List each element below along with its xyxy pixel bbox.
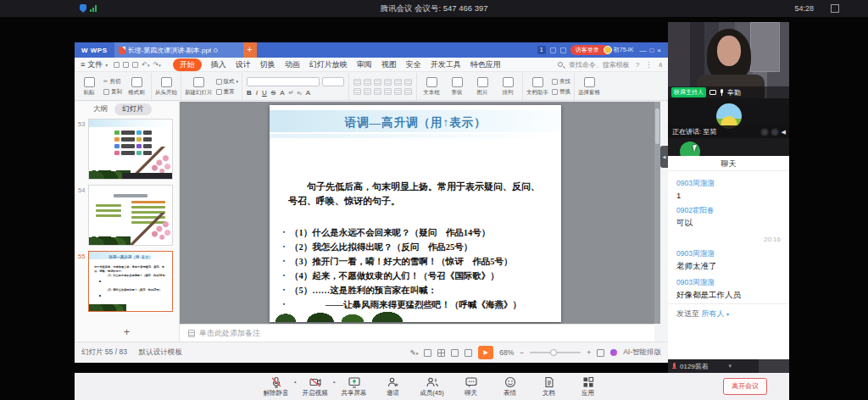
help-icon[interactable]: ? — [636, 61, 639, 69]
undo-icon[interactable]: ↶▾ — [142, 61, 149, 69]
zoom-in-button[interactable]: + — [587, 348, 591, 357]
zoom-percent[interactable]: 68% — [499, 348, 514, 357]
slide-thumbnail-53[interactable] — [88, 119, 173, 180]
wps-ribbon-tab[interactable]: 插入 — [211, 59, 226, 70]
fit-slide-icon[interactable] — [597, 349, 604, 357]
camera-toolbar-button[interactable]: 开启视频▴ — [303, 376, 328, 397]
justify-icon[interactable] — [384, 88, 392, 95]
redo-icon[interactable]: ↷▾ — [153, 61, 161, 69]
pin-icon[interactable] — [214, 48, 218, 53]
bullets-icon[interactable] — [353, 79, 361, 86]
slides-tab[interactable]: 幻灯片 — [114, 103, 152, 115]
font-style-button[interactable]: S — [271, 89, 275, 97]
chat-sender-name[interactable]: 0902霍阳春 — [676, 206, 781, 216]
current-slide[interactable]: 语调—高升调（用↑表示） 句子先低后高，句末明显上扬。常用于表示疑问、反问、号召… — [270, 105, 561, 322]
align-left-icon[interactable] — [353, 88, 361, 95]
font-name-select[interactable] — [247, 77, 320, 86]
font-style-button[interactable]: A — [280, 89, 284, 97]
wps-document-tab[interactable]: 长理-第四次课演讲-副本.ppt — [114, 42, 243, 58]
align-options-icon[interactable] — [404, 88, 412, 95]
preview-icon[interactable] — [132, 62, 138, 68]
collapse-panel-handle[interactable]: ◀ — [660, 146, 668, 168]
members-toolbar-button[interactable]: 成员(45) — [420, 376, 445, 397]
align-center-icon[interactable] — [364, 88, 371, 95]
chat-sender-name[interactable]: 0903周溜溜 — [676, 249, 781, 259]
font-style-button[interactable]: A — [306, 89, 310, 97]
back-arrow-icon[interactable]: ◀ — [782, 129, 786, 136]
textbox-button[interactable]: 文本框 — [420, 77, 442, 97]
screen-toolbar-button[interactable]: 共享屏幕 — [342, 376, 367, 397]
chat-input-area[interactable]: 发送至 所有人 ▾ — [668, 303, 789, 359]
slide-sorter-view-icon[interactable] — [437, 349, 445, 357]
format-painter-button[interactable]: 格式刷 — [125, 77, 147, 97]
new-slide-button[interactable]: 新建幻灯片 — [185, 77, 213, 97]
doc-toolbar-button[interactable]: 文档 — [537, 376, 562, 397]
collapse-ribbon-icon[interactable]: ∧ — [658, 61, 663, 69]
font-style-button[interactable]: B — [247, 89, 252, 97]
wps-ribbon-tab[interactable]: 幻灯片放映 — [309, 59, 348, 70]
normal-view-icon[interactable] — [424, 349, 431, 357]
selection-pane-button[interactable]: 选择窗格 — [578, 77, 600, 97]
collapse-chevron-icon[interactable]: ▾ — [729, 363, 732, 369]
find-button[interactable]: 查找 — [552, 78, 570, 86]
handout-view-icon[interactable] — [465, 349, 472, 357]
new-tab-button[interactable]: + — [243, 42, 257, 58]
options-caret-icon[interactable]: ▴ — [294, 379, 297, 384]
ai-layout-label[interactable]: AI-智能排版 — [623, 347, 661, 358]
chat-panel-title[interactable]: 聊天 — [668, 156, 789, 171]
wps-ribbon-tab[interactable]: 开始 — [173, 58, 202, 71]
zoom-slider[interactable] — [530, 352, 581, 353]
wps-ribbon-tab[interactable]: 视图 — [381, 59, 397, 70]
font-size-select[interactable] — [322, 77, 344, 86]
wps-ribbon-tab[interactable]: 设计 — [236, 59, 251, 70]
layout-button[interactable]: 版式▾ — [216, 78, 239, 86]
text-direction-icon[interactable] — [404, 79, 412, 86]
chat-toolbar-button[interactable]: 聊天 — [459, 376, 484, 397]
slideshow-play-button[interactable]: ▶ — [478, 346, 493, 359]
font-style-button[interactable]: I — [256, 89, 258, 97]
shape-button[interactable]: 形状 — [446, 77, 468, 97]
fullscreen-icon[interactable] — [831, 4, 839, 13]
line-spacing-icon[interactable] — [394, 79, 402, 86]
share-icon[interactable] — [560, 47, 566, 53]
options-caret-icon[interactable]: ▴ — [333, 379, 336, 384]
add-slide-button[interactable]: + — [75, 325, 179, 338]
video-tile-host[interactable]: 联席主持人 辛勤 — [668, 22, 789, 98]
arrange-button[interactable]: 排列 — [497, 77, 519, 97]
file-menu-button[interactable]: ≡ 文件 ▾ — [75, 59, 114, 70]
emoji-toolbar-button[interactable]: 表情 — [498, 376, 523, 397]
mic-toolbar-button[interactable]: 解除静音▴ — [264, 376, 289, 397]
chat-sender-name[interactable]: 0903周溜溜 — [676, 278, 781, 288]
chat-message-list[interactable]: 0903周溜溜10902霍阳春可以20:160903周溜溜老师太准了0903周溜… — [668, 171, 789, 303]
reset-button[interactable]: 重置 — [216, 88, 239, 96]
zoom-out-button[interactable]: − — [520, 348, 524, 357]
notes-bar[interactable]: 单击此处添加备注 — [180, 324, 654, 342]
participant-name-bar[interactable]: 0129装着 ▾ — [668, 359, 789, 373]
apps-toolbar-button[interactable]: 应用 — [576, 376, 601, 397]
search-icon[interactable] — [558, 62, 563, 67]
invite-toolbar-button[interactable]: 邀请 — [381, 376, 406, 397]
design-template-label[interactable]: 默认设计模板 — [139, 347, 182, 358]
align-right-icon[interactable] — [374, 88, 381, 95]
wps-ribbon-tab[interactable]: 安全 — [406, 59, 421, 70]
video-tile-speaker[interactable]: 正在讲话: 至简 ◀ — [668, 98, 789, 138]
picture-button[interactable]: 图片 — [471, 77, 493, 97]
wps-ribbon-tab[interactable]: 特色应用 — [470, 59, 501, 70]
font-style-button[interactable]: x₂ — [298, 90, 302, 95]
send-to-selector[interactable]: 所有人 ▾ — [702, 309, 730, 318]
search-command-hint[interactable]: 查找命令、搜索模板 — [569, 60, 630, 69]
font-style-button[interactable]: x² — [289, 90, 293, 95]
indent-increase-icon[interactable] — [384, 79, 392, 86]
font-style-button[interactable]: U — [262, 89, 267, 97]
more-icon[interactable]: ⋮ — [645, 61, 652, 69]
reading-view-icon[interactable] — [451, 349, 459, 357]
quick-access-toolbar[interactable]: ↶▾ ↷▾ — [114, 61, 160, 69]
numbering-icon[interactable] — [364, 79, 371, 86]
replace-button[interactable]: 替换 — [552, 88, 570, 96]
wps-ribbon-tab[interactable]: 审阅 — [357, 59, 372, 70]
columns-icon[interactable] — [394, 88, 402, 95]
outline-tab[interactable]: 大纲 — [93, 104, 108, 114]
pen-tool-icon[interactable]: ✎▾ — [410, 348, 419, 357]
message-count-badge[interactable]: 1 — [537, 46, 546, 54]
wps-ribbon-tab[interactable]: 切换 — [260, 59, 275, 70]
